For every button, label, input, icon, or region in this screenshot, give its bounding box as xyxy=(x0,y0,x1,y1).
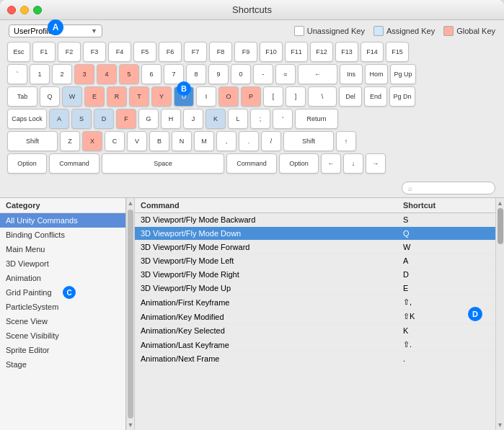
table-row[interactable]: Animation/First Keyframe ⇧, xyxy=(135,295,495,310)
table-row[interactable]: Animation/Key Selected K xyxy=(135,324,495,338)
table-row[interactable]: 3D Viewport/Fly Mode Forward W xyxy=(135,241,495,254)
key-3[interactable]: 3 xyxy=(74,64,94,84)
key-esc[interactable]: Esc xyxy=(7,42,30,62)
key-option-right[interactable]: Option xyxy=(279,153,319,174)
key-i[interactable]: I xyxy=(196,86,216,107)
key-pgdn[interactable]: Pg Dn xyxy=(389,86,415,107)
sidebar-item-scene-view[interactable]: Scene View xyxy=(0,314,125,328)
key-f9[interactable]: F9 xyxy=(234,42,257,62)
key-t[interactable]: T xyxy=(129,86,149,107)
key-semicolon[interactable]: ; xyxy=(250,109,270,129)
key-r[interactable]: R xyxy=(107,86,127,107)
key-f14[interactable]: F14 xyxy=(361,42,384,62)
key-6[interactable]: 6 xyxy=(141,64,162,84)
key-minus[interactable]: - xyxy=(253,64,273,84)
sidebar-scroll-thumb[interactable] xyxy=(128,210,133,418)
key-capslock[interactable]: Caps Lock xyxy=(7,109,47,129)
sidebar-scroll-down[interactable]: ▼ xyxy=(128,421,134,429)
table-row[interactable]: 3D Viewport/Fly Mode Backward S xyxy=(135,213,495,227)
key-g[interactable]: G xyxy=(138,109,159,129)
sidebar-item-stage[interactable]: Stage xyxy=(0,357,125,372)
table-scroll-thumb[interactable] xyxy=(498,208,503,244)
table-row[interactable]: 3D Viewport/Fly Mode Up E xyxy=(135,282,495,295)
key-f7[interactable]: F7 xyxy=(184,42,207,62)
table-row[interactable]: Animation/Next Frame . xyxy=(135,352,495,366)
key-h[interactable]: H xyxy=(161,109,181,129)
key-q[interactable]: Q xyxy=(40,86,60,107)
key-comma[interactable]: , xyxy=(216,131,236,151)
table-row[interactable]: Animation/Key Modified ⇧K xyxy=(135,310,495,324)
search-input[interactable] xyxy=(415,184,489,192)
key-b[interactable]: B xyxy=(149,131,169,151)
sidebar-item-scene-visibility[interactable]: Scene Visibility xyxy=(0,328,125,343)
key-d[interactable]: D xyxy=(94,109,114,129)
key-o[interactable]: O xyxy=(218,86,239,107)
key-0[interactable]: 0 xyxy=(231,64,251,84)
key-p[interactable]: P xyxy=(241,86,261,107)
key-equals[interactable]: = xyxy=(275,64,296,84)
key-space[interactable]: Space xyxy=(102,153,224,174)
key-x[interactable]: X xyxy=(82,131,102,151)
key-period[interactable]: . xyxy=(239,131,259,151)
key-f15[interactable]: F15 xyxy=(386,42,409,62)
key-s[interactable]: S xyxy=(71,109,92,129)
key-quote[interactable]: ' xyxy=(273,109,293,129)
key-slash[interactable]: / xyxy=(261,131,281,151)
key-5[interactable]: 5 xyxy=(119,64,139,84)
key-arrow-left[interactable]: ← xyxy=(321,153,341,174)
key-2[interactable]: 2 xyxy=(52,64,72,84)
key-f[interactable]: F xyxy=(116,109,136,129)
key-f2[interactable]: F2 xyxy=(58,42,81,62)
key-k[interactable]: K xyxy=(205,109,226,129)
key-y[interactable]: Y xyxy=(151,86,172,107)
sidebar-scroll-up[interactable]: ▲ xyxy=(128,200,134,207)
key-shift-right[interactable]: Shift xyxy=(283,131,334,151)
sidebar-item-main-menu[interactable]: Main Menu xyxy=(0,242,125,256)
key-pgup[interactable]: Pg Up xyxy=(390,64,416,84)
sidebar-item-binding-conflicts[interactable]: Binding Conflicts xyxy=(0,228,125,242)
key-f6[interactable]: F6 xyxy=(159,42,182,62)
sidebar-item-3d-viewport[interactable]: 3D Viewport xyxy=(0,256,125,271)
key-a[interactable]: A xyxy=(49,109,69,129)
key-tab[interactable]: Tab xyxy=(7,86,37,107)
minimize-button[interactable] xyxy=(20,6,29,14)
sidebar-item-particlesystem[interactable]: ParticleSystem xyxy=(0,300,125,314)
key-arrow-down[interactable]: ↓ xyxy=(343,153,363,174)
key-u[interactable]: B U xyxy=(174,86,194,107)
key-command-right[interactable]: Command xyxy=(226,153,277,174)
key-bracket-right[interactable]: ] xyxy=(286,86,306,107)
key-backtick[interactable]: ` xyxy=(7,64,27,84)
key-bracket-left[interactable]: [ xyxy=(263,86,283,107)
key-arrow-up[interactable]: ↑ xyxy=(336,131,356,151)
key-n[interactable]: N xyxy=(172,131,192,151)
key-command-left[interactable]: Command xyxy=(49,153,100,174)
key-end[interactable]: End xyxy=(364,86,387,107)
search-wrap[interactable]: ⌕ xyxy=(402,182,495,194)
sidebar-scrollbar[interactable]: ▲ ▼ xyxy=(126,198,135,430)
key-f5[interactable]: F5 xyxy=(133,42,156,62)
key-9[interactable]: 9 xyxy=(208,64,229,84)
key-f8[interactable]: F8 xyxy=(209,42,232,62)
key-v[interactable]: V xyxy=(127,131,147,151)
profile-select[interactable]: A UserProfile ▼ xyxy=(9,24,102,37)
key-m[interactable]: M xyxy=(194,131,214,151)
close-button[interactable] xyxy=(7,6,16,14)
table-scroll-down[interactable]: ▼ xyxy=(497,421,503,429)
key-e[interactable]: E xyxy=(84,86,105,107)
key-c[interactable]: C xyxy=(105,131,125,151)
table-scroll-up[interactable]: ▲ xyxy=(497,200,503,207)
key-option-left[interactable]: Option xyxy=(7,153,47,174)
sidebar-item-grid-painting[interactable]: Grid Painting C xyxy=(0,285,125,300)
key-arrow-right[interactable]: → xyxy=(366,153,386,174)
key-del[interactable]: Del xyxy=(339,86,362,107)
key-1[interactable]: 1 xyxy=(30,64,50,84)
table-row[interactable]: 3D Viewport/Fly Mode Left A xyxy=(135,254,495,268)
key-8[interactable]: 8 xyxy=(186,64,206,84)
key-j[interactable]: J xyxy=(183,109,203,129)
key-backspace[interactable]: ← xyxy=(298,64,337,84)
key-l[interactable]: L xyxy=(228,109,248,129)
maximize-button[interactable] xyxy=(33,6,42,14)
table-row[interactable]: 3D Viewport/Fly Mode Down Q xyxy=(135,227,495,241)
key-f3[interactable]: F3 xyxy=(83,42,106,62)
key-4[interactable]: 4 xyxy=(97,64,117,84)
